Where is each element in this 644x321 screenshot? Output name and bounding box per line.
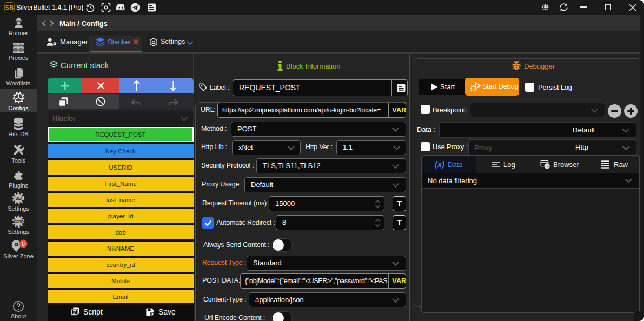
- svg-text:0: 0: [22, 241, 25, 247]
- svg-text:SB: SB: [15, 196, 22, 201]
- svg-text:CORE: CORE: [14, 220, 23, 223]
- svg-text:SB: SB: [5, 4, 14, 11]
